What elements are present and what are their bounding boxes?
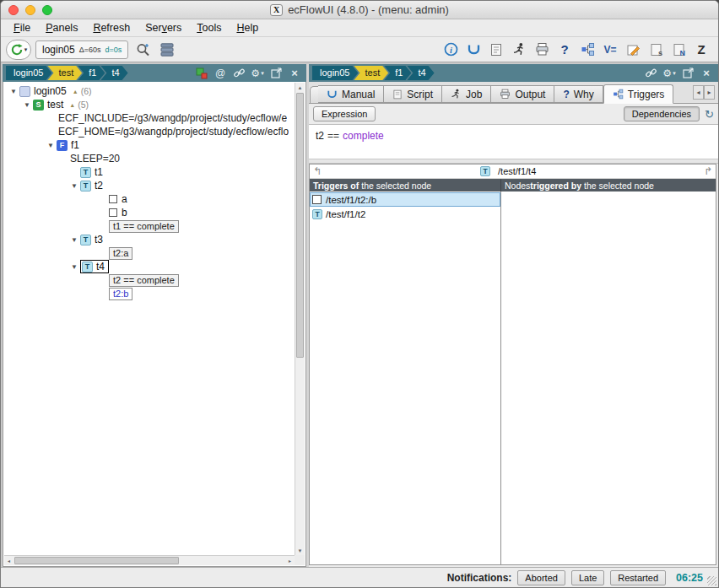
detach-window-icon[interactable] xyxy=(269,67,283,80)
tree-trigger-t3[interactable]: t2:a xyxy=(4,246,295,260)
variables-icon: V= xyxy=(603,44,616,56)
tree-vertical-scrollbar[interactable]: ▲ ▼ xyxy=(295,83,305,555)
triggers-button[interactable] xyxy=(577,40,597,60)
tab-manual[interactable]: Manual xyxy=(318,85,384,103)
tab-triggers[interactable]: Triggers xyxy=(603,84,674,104)
tree-node-server[interactable]: ▼ login05 ▲(6) xyxy=(4,84,295,98)
edit-button[interactable] xyxy=(623,40,643,60)
job-button[interactable] xyxy=(509,40,529,60)
breadcrumb-suite[interactable]: test xyxy=(47,66,82,80)
menu-file[interactable]: File xyxy=(6,22,38,34)
close-panel-icon[interactable]: × xyxy=(288,67,301,80)
scroll-right-icon[interactable]: ▸ xyxy=(285,556,295,565)
notification-restarted-button[interactable]: Restarted xyxy=(610,570,666,585)
server-stack-icon xyxy=(159,42,175,57)
menu-help[interactable]: Help xyxy=(229,22,266,34)
note-button[interactable]: N xyxy=(668,40,689,60)
horizontal-scroll-thumb[interactable] xyxy=(14,557,179,564)
tree-variable-ecf-home[interactable]: ECF_HOME=/g3/wangdp/project/study/ecflow… xyxy=(4,125,295,138)
trigger-item-event[interactable]: /test/f1/t2:/b xyxy=(310,192,500,207)
history-forward-icon[interactable]: ↱ xyxy=(704,165,712,178)
tree-node-t4[interactable]: ▼ T t4 xyxy=(4,260,295,273)
tree-variable-ecf-include[interactable]: ECF_INCLUDE=/g3/wangdp/project/study/ecf… xyxy=(4,111,295,125)
tree-event-a[interactable]: a xyxy=(4,192,295,206)
notification-aborted-button[interactable]: Aborted xyxy=(517,570,565,585)
expander-icon[interactable]: ▼ xyxy=(45,142,57,149)
tab-scroll-right-icon[interactable]: ▸ xyxy=(704,85,715,100)
expander-icon[interactable]: ▼ xyxy=(21,101,33,109)
tree-trigger-t4-expr[interactable]: t2 == complete xyxy=(4,273,295,287)
clipped-tab[interactable] xyxy=(310,86,318,103)
variables-button[interactable]: V= xyxy=(600,40,620,60)
minimize-window-button[interactable] xyxy=(25,5,35,15)
server-name-label: login05 xyxy=(42,44,75,56)
tree-node-suite[interactable]: ▼ S test ▲(5) xyxy=(4,98,295,111)
zoom-window-button[interactable] xyxy=(42,5,52,15)
settings-gear-icon[interactable]: ⚙▾ xyxy=(662,67,676,80)
shell-button[interactable]: s xyxy=(646,40,666,60)
expression-button[interactable]: Expression xyxy=(313,106,376,121)
task-badge: T xyxy=(312,209,322,219)
tree-event-b[interactable]: b xyxy=(4,206,295,219)
vertical-scroll-thumb[interactable] xyxy=(296,93,304,358)
tree-trigger-t2[interactable]: t1 == complete xyxy=(4,219,295,233)
triggered-by-header: Nodes triggered by the selected node xyxy=(501,179,716,192)
refresh-dependencies-icon[interactable]: ↻ xyxy=(705,108,714,121)
at-icon[interactable]: @ xyxy=(214,67,227,80)
menu-tools[interactable]: Tools xyxy=(189,22,229,34)
shell-letter-icon: s xyxy=(658,49,662,57)
search-button[interactable] xyxy=(132,40,153,60)
tab-why[interactable]: ? Why xyxy=(554,85,603,103)
close-panel-icon[interactable]: × xyxy=(700,67,713,80)
tab-script[interactable]: Script xyxy=(384,85,442,103)
breadcrumb-server[interactable]: login05 xyxy=(312,66,358,80)
tree-variable-sleep[interactable]: SLEEP=20 xyxy=(4,152,295,165)
menu-refresh[interactable]: Refresh xyxy=(85,22,138,34)
settings-gear-icon[interactable]: ⚙▾ xyxy=(251,67,264,80)
expander-icon[interactable]: ▼ xyxy=(68,263,80,271)
why-button[interactable]: ? xyxy=(554,40,575,60)
breadcrumb-suite[interactable]: test xyxy=(354,66,388,80)
expander-icon[interactable]: ▼ xyxy=(8,88,19,95)
servers-button[interactable] xyxy=(157,40,177,60)
info-button[interactable]: i xyxy=(441,40,461,60)
output-button[interactable] xyxy=(532,40,552,60)
menu-panels[interactable]: Panels xyxy=(38,22,85,34)
tree-node-t1[interactable]: T t1 xyxy=(4,165,295,179)
expander-icon[interactable]: ▼ xyxy=(68,182,80,190)
tree-node-t3[interactable]: ▼ T t3 xyxy=(4,233,295,246)
server-refresh-button[interactable]: ▾ xyxy=(6,40,31,60)
breadcrumb-server[interactable]: login05 xyxy=(6,66,51,80)
trigger-item-task[interactable]: T /test/f1/t2 xyxy=(310,207,500,221)
tree-node-family[interactable]: ▼ F f1 xyxy=(4,138,295,152)
notification-late-button[interactable]: Late xyxy=(571,570,604,585)
tree-horizontal-scrollbar[interactable]: ◂ ▸ xyxy=(4,555,295,565)
tree-node-t2[interactable]: ▼ T t2 xyxy=(4,179,295,192)
server-load-icon[interactable] xyxy=(195,67,208,80)
tab-scroll-left-icon[interactable]: ◂ xyxy=(693,85,704,100)
close-window-button[interactable] xyxy=(8,5,19,15)
link-icon[interactable] xyxy=(644,67,657,80)
detach-window-icon[interactable] xyxy=(681,67,695,80)
scroll-up-icon[interactable]: ▲ xyxy=(295,83,305,92)
resize-grip[interactable] xyxy=(707,576,716,585)
dependencies-button[interactable]: Dependencies xyxy=(624,106,700,121)
selected-node[interactable]: T t4 xyxy=(80,260,109,273)
svg-text:i: i xyxy=(450,46,452,55)
suite-badge: S xyxy=(33,100,44,111)
tree-trigger-t4-event[interactable]: t2:b xyxy=(4,287,295,300)
scroll-down-icon[interactable]: ▼ xyxy=(295,546,305,555)
trigger-expression: t2==complete xyxy=(309,125,718,159)
link-icon[interactable] xyxy=(232,67,246,80)
scroll-left-icon[interactable]: ◂ xyxy=(4,556,14,565)
expander-icon[interactable]: ▼ xyxy=(68,236,80,244)
tab-output[interactable]: Output xyxy=(491,85,554,103)
menu-servers[interactable]: Servers xyxy=(138,22,189,34)
zombie-button[interactable]: Z xyxy=(691,40,711,60)
tab-job[interactable]: Job xyxy=(442,85,491,103)
clock: 06:25 xyxy=(676,572,703,584)
manual-button[interactable] xyxy=(463,40,484,60)
server-refresh-info-button[interactable]: login05 Δ=60s d=0s xyxy=(35,40,128,59)
script-button[interactable] xyxy=(486,40,506,60)
history-back-icon[interactable]: ↰ xyxy=(313,165,322,178)
